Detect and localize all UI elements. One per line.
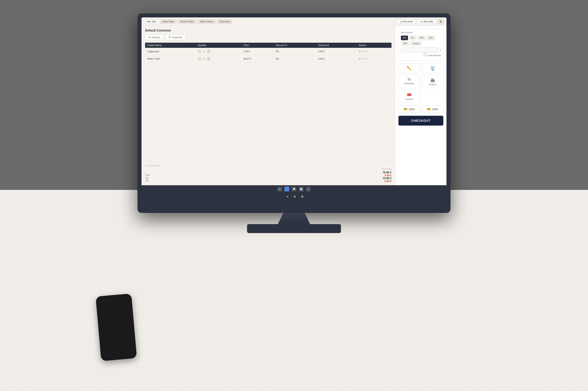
coupons-label: Coupons	[405, 98, 413, 100]
disc-btn-20[interactable]: 20%	[427, 35, 435, 40]
taskbar-icon-info[interactable]: ℹ	[306, 187, 311, 192]
price-1: 3.33 €	[241, 48, 274, 55]
qty-plus-1[interactable]: +	[207, 50, 210, 53]
table-row: Cappuccino − 1 + 3.33 €	[145, 48, 391, 55]
col-product-name: Product Name	[145, 43, 196, 48]
disc-btn-custom[interactable]: Custom	[410, 41, 422, 46]
customer-button[interactable]: ⊕ Customer	[165, 34, 186, 40]
nav-recents-icon[interactable]	[301, 196, 303, 198]
col-quantity: Quantity	[196, 43, 241, 48]
promotions-icon: %	[408, 78, 411, 82]
stand-neck	[276, 213, 312, 224]
product-button[interactable]: ⊕ Product	[145, 34, 163, 40]
pay-btn-card[interactable]: 💳 100%	[422, 105, 444, 113]
main-content: Default Customer ⊕ Product ⊕ Customer	[141, 26, 447, 185]
tab-new-sale[interactable]: New Sale	[144, 19, 159, 24]
tile-promotions[interactable]: % Promotions	[398, 75, 420, 88]
action-buttons: ⊕ Product ⊕ Customer	[145, 34, 391, 40]
disc-btn-5[interactable]: 5%	[409, 35, 416, 40]
col-discount-pct: Discount %	[274, 43, 316, 48]
action-icons-2: ⧉ ✏ ✕	[359, 57, 389, 60]
chevron-down-icon[interactable]: ▾	[440, 49, 441, 51]
monitor-screen: New Sale Open Sales Recent Sales Sales O…	[141, 17, 447, 201]
checkout-button[interactable]: CHECKOUT	[398, 116, 443, 126]
product-name-1: Cappuccino	[145, 48, 196, 55]
tab-recent-sales[interactable]: Recent Sales	[178, 19, 196, 24]
edit-icon-1[interactable]: ✏	[362, 50, 364, 53]
summary-totals: Save notes 70.00 € 0.00 € 70.00 € 0.00 €	[381, 168, 391, 183]
coupons-print-icon: 🖨️	[430, 78, 435, 83]
col-price: Price	[241, 43, 274, 48]
nav-le-bernardin-2[interactable]: Le Bernardin	[418, 19, 436, 24]
discount-label: DISCOUNT	[401, 31, 441, 34]
copy-icon-1[interactable]: ⧉	[359, 50, 361, 53]
copy-icon-2[interactable]: ⧉	[359, 57, 361, 60]
discount-section: DISCOUNT 0% 5% 10% 20% 30% Custom	[398, 29, 443, 61]
payment-section: 💳 100% 💳 100%	[398, 105, 443, 113]
table-row: White T-Shirt − 1 + 66.67 €	[145, 55, 391, 63]
edit-tile-icon: ✏️	[407, 66, 412, 71]
col-discount-eur: Discount €	[316, 43, 356, 48]
screen-ui: New Sale Open Sales Recent Sales Sales O…	[141, 17, 447, 201]
action-icons-1: ⧉ ✏ ✕	[359, 50, 389, 53]
price-2: 66.67 €	[241, 55, 274, 63]
action-grid: ✏️ 🗑️ % Promotions 🖨️ Coupon	[398, 63, 443, 103]
nav-refresh-icon[interactable]: ↻	[438, 19, 444, 24]
delete-icon-2[interactable]: ✕	[365, 57, 367, 60]
delete-tile-icon: 🗑️	[430, 66, 435, 71]
qty-minus-2[interactable]: −	[198, 57, 201, 61]
summary-labels: Total Tax VAT	[145, 174, 150, 183]
taskbar-icon-grid[interactable]: ⊞	[277, 187, 282, 192]
tile-coupons[interactable]: 🎟️ Coupons	[398, 90, 420, 103]
total-amount: 70.00 €	[381, 171, 391, 174]
total-label: Total	[145, 174, 150, 176]
subtotal-amount: 70.00 €	[381, 177, 391, 180]
pay-btn-cash[interactable]: 💳 100%	[398, 105, 420, 113]
nav-back-icon[interactable]	[285, 195, 288, 198]
product-name-2: White T-Shirt	[145, 55, 196, 63]
qty-control-2: − 1 +	[198, 57, 239, 61]
monitor: New Sale Open Sales Recent Sales Sales O…	[137, 13, 451, 233]
cash-icon: 💳	[404, 107, 407, 111]
nav-home-icon[interactable]	[294, 196, 296, 198]
tile-coupons-print[interactable]: 🖨️ Coupons	[422, 75, 444, 88]
pos-left: Default Customer ⊕ Product ⊕ Customer	[141, 26, 395, 185]
discount-buttons: 0% 5% 10% 20% 30% Custom	[401, 35, 441, 46]
tab-close-day[interactable]: Close Day	[217, 19, 232, 24]
tile-delete[interactable]: 🗑️	[422, 63, 444, 73]
tab-sales-orders[interactable]: Sales Orders	[198, 19, 216, 24]
order-table: Product Name Quantity Price Discount % D…	[145, 43, 391, 63]
qty-cell-2: − 1 +	[196, 55, 241, 63]
save-discount-toggle[interactable]: Save discount	[401, 53, 441, 57]
qty-value-1: 1	[202, 50, 206, 53]
phone	[96, 293, 137, 361]
tile-edit[interactable]: ✏️	[398, 63, 420, 73]
discount-input[interactable]	[401, 48, 438, 52]
disc-pct-1: 0%	[274, 48, 316, 55]
stand-base	[247, 224, 341, 233]
card-icon: 💳	[427, 107, 431, 111]
disc-btn-0[interactable]: 0%	[401, 35, 408, 40]
save-notes[interactable]: Save notes	[381, 168, 391, 170]
qty-plus-2[interactable]: +	[207, 57, 210, 61]
qty-value-2: 1	[202, 58, 206, 60]
taskbar-icon-globe[interactable]: 🌐	[284, 187, 289, 192]
qty-minus-1[interactable]: −	[198, 50, 201, 53]
edit-icon-2[interactable]: ✏	[362, 57, 364, 60]
tax-amount: 0.00 €	[381, 174, 391, 177]
actions-1: ⧉ ✏ ✕	[356, 48, 391, 55]
taskbar-icon-refresh[interactable]: 🔄	[299, 187, 304, 192]
disc-btn-30[interactable]: 30%	[401, 41, 409, 46]
disc-btn-10[interactable]: 10%	[417, 35, 426, 40]
top-nav: New Sale Open Sales Recent Sales Sales O…	[141, 17, 447, 26]
disc-eur-2: 0.00 €	[316, 55, 356, 63]
nav-le-bernardin-1[interactable]: Le Bernardin	[397, 19, 416, 24]
taskbar-icon-chat[interactable]: 💬	[292, 187, 296, 192]
vat-label: VAT	[145, 180, 150, 182]
tab-open-sales[interactable]: Open Sales	[160, 19, 177, 24]
save-discount-checkbox[interactable]	[424, 53, 427, 56]
due-amount: 0.00 €	[381, 180, 391, 183]
attachments-label: ATTACHMENTS	[145, 165, 391, 167]
delete-icon-1[interactable]: ✕	[365, 50, 367, 53]
order-summary: ATTACHMENTS Total Tax VAT Save notes 70.…	[145, 162, 391, 183]
